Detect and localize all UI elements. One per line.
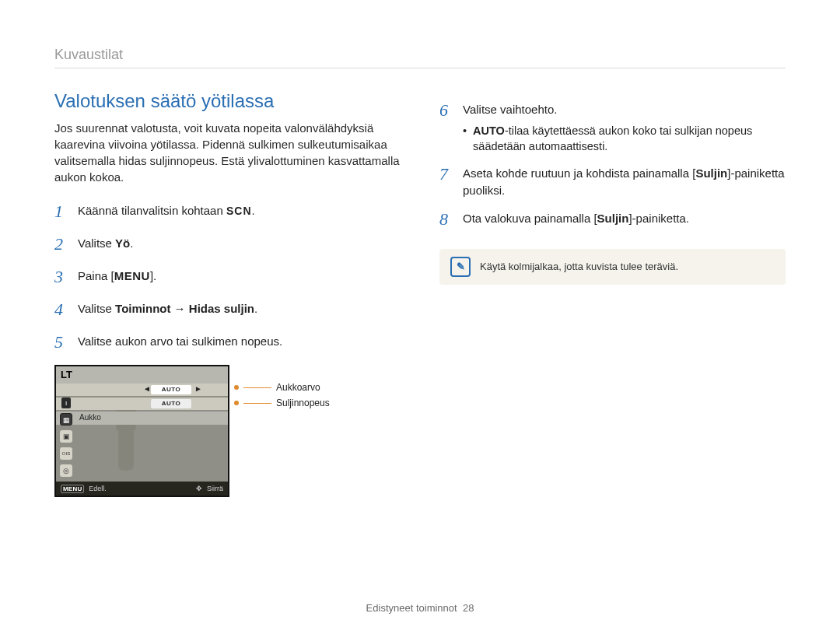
callout-shutter: Suljinnopeus	[234, 398, 330, 408]
callout-dot-icon	[234, 401, 239, 405]
lcd-side-icon-5: ◎	[60, 464, 72, 477]
step-8-pre: Ota valokuva painamalla [	[463, 212, 597, 225]
step-4-arrow: →	[170, 302, 188, 315]
step-2-pre: Valitse	[78, 236, 115, 250]
callout-dot-icon	[234, 385, 239, 390]
step-7-pre: Aseta kohde ruutuun ja kohdista painamal…	[463, 166, 695, 180]
lcd-mode-label: LT	[61, 369, 72, 380]
step-num: 4	[54, 297, 68, 322]
lcd-auto-2: AUTO	[151, 399, 191, 408]
step-4-pre: Valitse	[78, 302, 115, 315]
callout-aperture-label: Aukkoarvo	[276, 382, 320, 393]
step-5: 5 Valitse aukon arvo tai sulkimen nopeus…	[54, 330, 401, 355]
scn-glyph: SCN	[226, 205, 252, 217]
bullet-dot-icon: •	[463, 123, 467, 155]
chevron-right-icon: ►	[194, 384, 202, 393]
note-text: Käytä kolmijalkaa, jotta kuvista tulee t…	[480, 261, 678, 272]
step-8-bold: Suljin	[597, 212, 629, 225]
step-6: 6 Valitse vaihtoehto. • AUTO-tilaa käyte…	[439, 98, 786, 154]
lcd-auto-selected: AUTO	[151, 385, 191, 394]
step-body: Käännä tilanvalitsin kohtaan SCN.	[78, 199, 401, 224]
step-4-bold1: Toiminnot	[115, 302, 170, 315]
lcd-screen: LT ◄ AUTO ► AUTO Aukko I ▦ ▣	[54, 365, 229, 497]
step-body: Aseta kohde ruutuun ja kohdista painamal…	[463, 162, 786, 199]
step-6-bullet-bold: AUTO	[473, 124, 505, 137]
step-num: 7	[439, 162, 453, 199]
lcd-side-icon-1: I	[61, 398, 71, 408]
hr-divider	[54, 68, 786, 68]
callout-aperture: Aukkoarvo	[234, 382, 330, 393]
footer-text: Edistyneet toiminnot	[366, 602, 457, 614]
step-6-text: Valitse vaihtoehto.	[463, 101, 786, 118]
step-3: 3 Paina [MENU].	[54, 264, 401, 289]
step-body: Valitse vaihtoehto. • AUTO-tilaa käytett…	[463, 98, 786, 154]
step-4: 4 Valitse Toiminnot → Hidas suljin.	[54, 297, 401, 322]
step-body: Valitse Toiminnot → Hidas suljin.	[78, 297, 401, 322]
step-body: Valitse aukon arvo tai sulkimen nopeus.	[78, 330, 401, 355]
step-body: Valitse Yö.	[78, 232, 401, 257]
step-3-pre: Paina [	[78, 269, 114, 282]
note-box: ✎ Käytä kolmijalkaa, jotta kuvista tulee…	[439, 249, 786, 285]
menu-glyph: MENU	[114, 268, 150, 285]
lcd-aukko-label: Aukko	[79, 413, 101, 422]
lcd-side-icon-2: ▦	[60, 413, 72, 426]
callout-line	[243, 403, 271, 404]
step-4-bold2: Hidas suljin	[189, 302, 254, 315]
step-6-bullet: • AUTO-tilaa käytettäessä aukon koko tai…	[463, 123, 786, 155]
step-6-bullet-text: AUTO-tilaa käytettäessä aukon koko tai s…	[473, 123, 786, 155]
section-title: Valotuksen säätö yötilassa	[54, 90, 401, 112]
lcd-bottombar: MENU Edell. ✥ Siirrä	[56, 482, 228, 496]
step-4-post: .	[254, 302, 257, 315]
step-num: 6	[439, 98, 453, 154]
callout-shutter-label: Suljinnopeus	[276, 398, 330, 408]
step-6-bullet-rest: -tilaa käytettäessä aukon koko tai sulki…	[473, 124, 752, 152]
lcd-menu-label: MENU	[61, 485, 84, 493]
step-num: 2	[54, 232, 68, 257]
callout-line	[243, 387, 271, 388]
nav-cross-icon: ✥	[196, 485, 202, 492]
lcd-row-2	[56, 398, 228, 410]
camera-lcd-diagram: LT ◄ AUTO ► AUTO Aukko I ▦ ▣	[54, 365, 401, 497]
step-7: 7 Aseta kohde ruutuun ja kohdista painam…	[439, 162, 786, 199]
lcd-side-icon-3: ▣	[60, 430, 72, 443]
step-1-pre: Käännä tilanvalitsin kohtaan	[78, 204, 226, 217]
lcd-edell: Edell.	[89, 485, 107, 492]
step-3-post: ].	[150, 269, 156, 282]
step-2-bold: Yö	[115, 236, 130, 250]
step-1-post: .	[252, 204, 255, 217]
step-body: Paina [MENU].	[78, 264, 401, 289]
page-number: 28	[463, 602, 474, 614]
step-num: 5	[54, 330, 68, 355]
page-footer: Edistyneet toiminnot 28	[0, 602, 840, 614]
info-icon: ✎	[450, 257, 471, 277]
step-8: 8 Ota valokuva painamalla [Suljin]-paini…	[439, 207, 786, 232]
lcd-side-icon-4: OIS	[60, 447, 72, 460]
step-num: 8	[439, 207, 453, 232]
step-body: Ota valokuva painamalla [Suljin]-painike…	[463, 207, 786, 232]
step-8-post: ]-painiketta.	[628, 212, 689, 225]
step-num: 3	[54, 264, 68, 289]
step-7-bold: Suljin	[695, 166, 727, 180]
lcd-topbar	[56, 366, 228, 384]
step-2-post: .	[130, 236, 133, 250]
step-num: 1	[54, 199, 68, 224]
intro-text: Jos suurennat valotusta, voit kuvata nop…	[54, 120, 401, 185]
step-2: 2 Valitse Yö.	[54, 232, 401, 257]
diagram-callouts: Aukkoarvo Suljinnopeus	[234, 382, 330, 408]
lcd-siirra: Siirrä	[207, 485, 223, 492]
breadcrumb: Kuvaustilat	[54, 47, 786, 63]
chevron-left-icon: ◄	[143, 384, 151, 393]
step-1: 1 Käännä tilanvalitsin kohtaan SCN.	[54, 199, 401, 224]
